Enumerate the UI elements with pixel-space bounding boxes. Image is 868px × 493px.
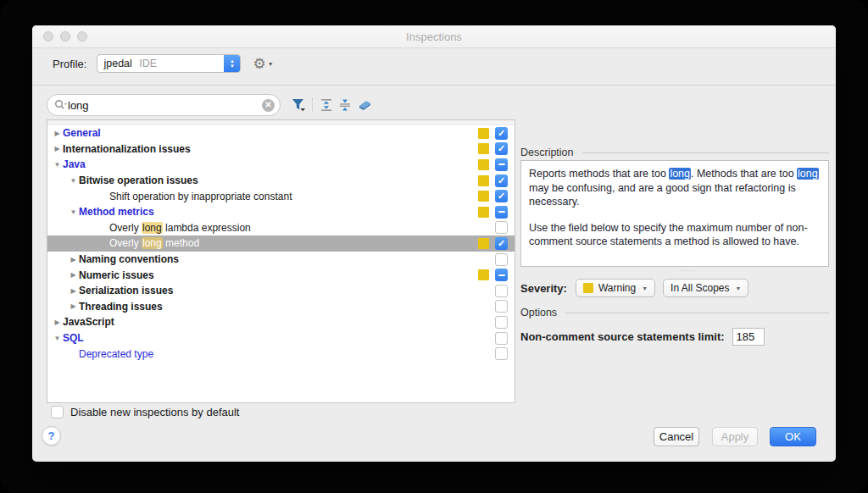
search-icon [54,99,68,111]
ok-button[interactable]: OK [770,427,816,446]
inspection-enabled-checkbox[interactable] [495,206,508,219]
inspection-enabled-checkbox[interactable] [495,142,508,155]
tree-item[interactable]: ▶Internationalization issues [47,141,515,158]
tree-toggle-icon[interactable]: ▶ [52,145,63,152]
chevron-down-icon: ▼ [642,285,648,291]
warning-severity-icon [478,269,489,280]
tree-item[interactable]: Overly long method [47,235,515,252]
tree-toggle-icon[interactable]: ▼ [52,161,63,169]
tree-item[interactable]: Shift operation by inappropriate constan… [47,188,515,204]
screenshot-background: Inspections Profile: jpedal IDE ▲▼ ⚙ ▼ [0,0,868,493]
warning-severity-icon [478,191,489,202]
inspection-enabled-checkbox[interactable] [495,221,508,234]
apply-button[interactable]: Apply [712,427,758,446]
tree-item-label: SQL [63,332,84,344]
tree-item[interactable]: ▼Bitwise operation issues [47,173,515,189]
chevron-down-icon: ▼ [268,61,274,67]
inspection-enabled-checkbox[interactable] [495,190,508,202]
tree-item[interactable]: Deprecated type [47,346,515,362]
severity-dropdown[interactable]: Warning ▼ [576,279,655,297]
eraser-icon [356,99,371,111]
search-input[interactable] [68,99,262,112]
tree-item[interactable]: ▶General [47,125,515,141]
inspection-enabled-checkbox[interactable] [495,285,508,297]
tree-item[interactable]: Overly long lambda expression [47,220,515,236]
tree-item-label: Threading issues [79,301,163,313]
warning-severity-icon [478,175,489,186]
warning-severity-icon [478,128,489,139]
tree-item-label: Naming conventions [79,253,179,265]
profile-settings-button[interactable]: ⚙ ▼ [253,57,273,71]
window-title: Inspections [32,30,836,43]
inspections-tree[interactable]: ▶General▶Internationalization issues▼Jav… [47,119,515,403]
tree-toggle-icon[interactable]: ▼ [52,335,63,342]
tree-item[interactable]: ▶Numeric issues [47,267,515,283]
statements-limit-label: Non-comment source statements limit: [520,330,725,343]
tree-item-label: Java [63,158,86,170]
filter-button[interactable] [289,96,308,114]
tree-item-label: Overly long lambda expression [109,222,251,234]
inspection-enabled-checkbox[interactable] [495,316,508,329]
expand-all-button[interactable] [317,96,336,114]
reset-filter-button[interactable] [354,96,373,114]
description-header: Description [520,147,574,158]
inspection-enabled-checkbox[interactable] [495,332,508,345]
severity-value: Warning [598,282,636,294]
warning-severity-icon [478,159,489,170]
inspection-enabled-checkbox[interactable] [495,158,508,171]
tree-item-label: Method metrics [79,206,154,218]
combo-stepper-icon[interactable]: ▲▼ [224,54,240,73]
tree-item[interactable]: ▼SQL [47,330,515,346]
gear-icon: ⚙ [253,57,265,71]
inspection-enabled-checkbox[interactable] [495,253,508,266]
tree-item[interactable]: ▶Naming conventions [47,252,515,268]
expand-all-icon [320,98,333,112]
help-button[interactable]: ? [42,426,61,446]
disable-new-inspections-label: Disable new inspections by default [70,406,239,418]
search-field[interactable]: ✕ [47,94,281,116]
scope-dropdown[interactable]: In All Scopes ▼ [663,279,748,297]
profile-label: Profile: [53,58,86,70]
tree-item-label: Shift operation by inappropriate constan… [109,191,292,202]
title-bar[interactable]: Inspections [32,25,836,48]
collapse-all-button[interactable] [336,96,354,114]
resize-grip-icon[interactable]: ····· [676,269,698,272]
tree-item-label: Bitwise operation issues [79,174,198,186]
inspection-enabled-checkbox[interactable] [495,127,508,140]
warning-severity-icon [583,283,593,293]
tree-item-label: Internationalization issues [63,143,191,155]
tree-toggle-icon[interactable]: ▶ [68,287,79,295]
inspection-enabled-checkbox[interactable] [495,347,508,360]
scope-value: In All Scopes [670,282,729,294]
disable-new-inspections-checkbox[interactable] [51,406,64,418]
tree-toggle-icon[interactable]: ▶ [52,319,63,326]
tree-item[interactable]: ▼Java [47,157,515,173]
profile-value: jpedal [103,58,131,69]
disable-new-inspections-row[interactable]: Disable new inspections by default [51,406,239,418]
inspection-enabled-checkbox[interactable] [495,300,508,313]
cancel-button[interactable]: Cancel [654,427,699,446]
inspection-enabled-checkbox[interactable] [495,237,508,250]
tree-toggle-icon[interactable]: ▶ [68,302,79,310]
tree-item-label: JavaScript [63,316,114,328]
tree-toggle-icon[interactable]: ▼ [68,177,79,185]
tree-toggle-icon[interactable]: ▶ [68,271,79,279]
profile-value-suffix: IDE [139,58,157,69]
collapse-all-icon [338,98,352,112]
tree-item[interactable]: ▶Serialization issues [47,283,515,299]
statements-limit-input[interactable] [732,328,765,346]
inspection-enabled-checkbox[interactable] [495,269,508,281]
warning-severity-icon [478,207,489,218]
tree-toggle-icon[interactable]: ▶ [68,256,79,263]
profile-select[interactable]: jpedal IDE ▲▼ [97,54,241,73]
tree-item[interactable]: ▼Method metrics [47,204,515,220]
clear-search-icon[interactable]: ✕ [262,99,275,112]
inspections-dialog: Inspections Profile: jpedal IDE ▲▼ ⚙ ▼ [32,25,836,462]
tree-item[interactable]: ▶JavaScript [47,314,515,330]
severity-label: Severity: [520,282,567,295]
tree-toggle-icon[interactable]: ▼ [68,208,79,216]
tree-item[interactable]: ▶Threading issues [47,299,515,315]
tree-toggle-icon[interactable]: ▶ [52,130,63,137]
inspection-enabled-checkbox[interactable] [495,174,508,187]
tree-item-label: Overly long method [109,237,199,249]
